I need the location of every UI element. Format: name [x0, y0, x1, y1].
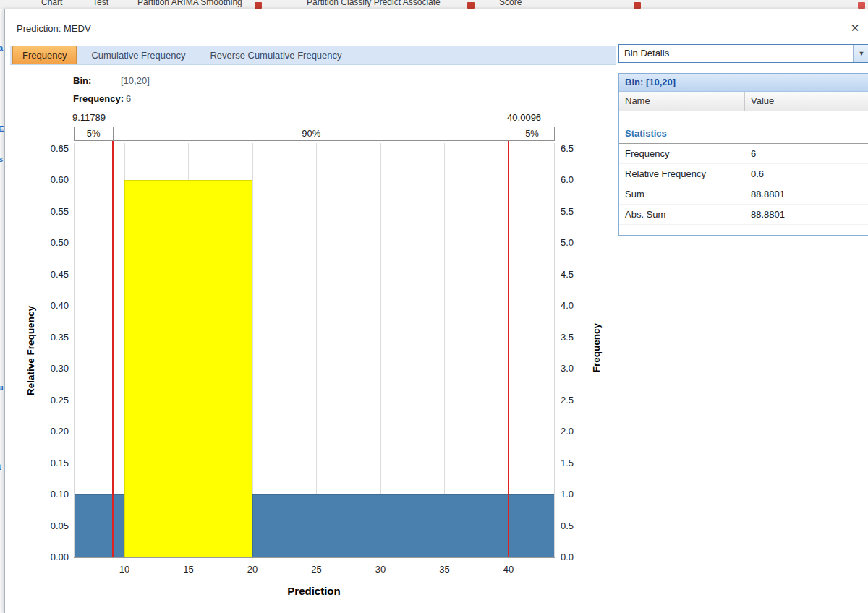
- detail-row-name: Abs. Sum: [619, 205, 745, 224]
- app-icon-fragment: [467, 2, 475, 9]
- plot-left-border: [74, 143, 75, 557]
- y-axis-tick-label: 0.30: [34, 363, 69, 374]
- prediction-dialog: Prediction: MEDV ✕ FrequencyCumulative F…: [4, 9, 868, 613]
- x-axis-tick-label: 30: [370, 564, 391, 575]
- detail-row-name: Sum: [619, 184, 745, 204]
- y-axis-right-tick-label: 5.0: [561, 237, 595, 248]
- y-axis-tick-label: 0.60: [34, 174, 69, 185]
- percentile-value-low: 9.11789: [72, 112, 106, 123]
- ribbon-item-fragment: Partition Classify Predict Associate: [307, 0, 441, 7]
- x-axis-tick-label: 35: [433, 564, 455, 575]
- background-text-fragment: u: [0, 383, 4, 392]
- background-text-fragment: t: [0, 463, 1, 471]
- percentile-band-cell: 5%: [509, 127, 555, 140]
- bin-label: Bin:: [73, 75, 91, 86]
- y-axis-right-tick-label: 2.5: [561, 395, 595, 406]
- y-axis-tick-label: 0.35: [34, 332, 69, 343]
- tab-frequency[interactable]: Frequency: [12, 46, 77, 64]
- background-text-fragment: s: [0, 155, 3, 163]
- statistics-section-title: Statistics: [619, 124, 868, 144]
- tab-cumulative-frequency[interactable]: Cumulative Frequency: [81, 46, 195, 64]
- panel-spacer: [619, 111, 868, 124]
- y-axis-tick-label: 0.10: [34, 489, 69, 500]
- column-header-name: Name: [619, 92, 745, 111]
- app-icon-fragment: [255, 2, 262, 9]
- tab-bar: FrequencyCumulative FrequencyReverse Cum…: [10, 46, 616, 65]
- y-axis-right-tick-label: 6.5: [561, 143, 595, 154]
- background-text-fragment: a: [0, 43, 3, 52]
- detail-row: Abs. Sum88.8801: [619, 205, 868, 225]
- detail-row-value: 88.8801: [745, 205, 868, 224]
- x-axis-title: Prediction: [271, 585, 357, 597]
- tab-reverse-cumulative-frequency[interactable]: Reverse Cumulative Frequency: [200, 46, 352, 64]
- bin-value: [10,20]: [121, 75, 150, 86]
- histogram-bar-selected[interactable]: [124, 180, 252, 557]
- percentile-band-cell: 5%: [74, 127, 113, 140]
- ribbon-item-fragment: Chart: [41, 0, 62, 7]
- y-axis-right-tick-label: 5.5: [561, 206, 595, 217]
- histogram-bar[interactable]: [252, 494, 555, 557]
- percentile-marker-line: [112, 141, 114, 557]
- y-axis-right-tick-label: 1.0: [561, 489, 595, 500]
- y-axis-right-tick-label: 0.0: [561, 552, 595, 562]
- y-axis-right-tick-label: 4.5: [561, 269, 595, 280]
- detail-row: Relative Frequency0.6: [619, 164, 868, 184]
- y-axis-right-tick-label: 2.0: [561, 426, 595, 437]
- ribbon-item-fragment: Partition ARIMA Smoothing: [137, 0, 242, 7]
- y-axis-tick-label: 0.45: [34, 269, 69, 280]
- bin-details-column-headers: Name Value: [619, 92, 868, 111]
- y-axis-tick-label: 0.05: [34, 520, 69, 531]
- y-axis-tick-label: 0.65: [34, 143, 69, 154]
- detail-row-value: 0.6: [745, 164, 868, 184]
- detail-row: Frequency6: [619, 144, 868, 164]
- plot-right-border: [554, 143, 555, 557]
- frequency-value: 6: [126, 93, 131, 104]
- y-axis-right-tick-label: 1.5: [561, 458, 595, 468]
- y-axis-tick-label: 0.15: [34, 458, 69, 468]
- y-axis-tick-label: 0.25: [34, 395, 69, 406]
- percentile-value-high: 40.0096: [507, 112, 541, 123]
- chevron-down-icon[interactable]: ▼: [853, 45, 868, 62]
- app-icon-fragment: [634, 2, 641, 9]
- y-axis-tick-label: 0.00: [34, 552, 69, 562]
- y-axis-tick-label: 0.20: [34, 426, 69, 437]
- close-icon[interactable]: ✕: [847, 20, 863, 36]
- detail-row-name: Frequency: [619, 144, 745, 163]
- x-axis-tick-label: 10: [114, 564, 135, 575]
- background-ribbon: ChartTestPartition ARIMA SmoothingPartit…: [0, 0, 868, 9]
- x-axis-tick-label: 25: [305, 564, 327, 575]
- y-axis-tick-label: 0.40: [34, 300, 69, 311]
- column-header-value: Value: [745, 92, 868, 111]
- y-axis-title-right: Frequency: [591, 304, 603, 391]
- frequency-label: Frequency:: [73, 93, 124, 104]
- detail-row-name: Relative Frequency: [619, 164, 745, 184]
- detail-row-value: 88.8801: [745, 184, 868, 204]
- y-axis-right-tick-label: 0.5: [561, 520, 595, 531]
- percentile-band-cell: 90%: [113, 127, 509, 140]
- x-axis-tick-label: 15: [177, 564, 199, 575]
- details-rows: Frequency6Relative Frequency0.6Sum88.880…: [619, 144, 868, 225]
- app-icon-fragment: [858, 2, 865, 9]
- bin-details-panel-title: Bin: [10,20]: [619, 74, 868, 92]
- bin-details-dropdown[interactable]: Bin Details ▼: [618, 44, 868, 63]
- y-axis-right-tick-label: 6.0: [561, 174, 595, 185]
- background-text-fragment: E: [0, 124, 4, 133]
- y-axis-right-tick-label: 3.5: [561, 332, 595, 343]
- detail-row-value: 6: [745, 144, 868, 163]
- dialog-title: Prediction: MEDV: [17, 23, 91, 34]
- ribbon-item-fragment: Test: [93, 0, 109, 7]
- histogram-bar[interactable]: [74, 494, 124, 557]
- y-axis-right-tick-label: 3.0: [561, 363, 595, 374]
- y-axis-tick-label: 0.50: [34, 237, 69, 248]
- ribbon-item-fragment: Score: [499, 0, 522, 7]
- screen: ChartTestPartition ARIMA SmoothingPartit…: [0, 0, 868, 613]
- y-axis-tick-label: 0.55: [34, 206, 69, 217]
- bin-details-panel: Bin: [10,20] Name Value Statistics Frequ…: [618, 73, 868, 236]
- x-axis-line: [74, 557, 555, 558]
- percentile-marker-line: [508, 141, 509, 557]
- x-axis-tick-label: 40: [498, 564, 519, 575]
- y-axis-right-tick-label: 4.0: [561, 300, 595, 311]
- bin-details-dropdown-value: Bin Details: [624, 48, 669, 59]
- x-axis-tick-label: 20: [242, 564, 263, 575]
- detail-row: Sum88.8801: [619, 184, 868, 205]
